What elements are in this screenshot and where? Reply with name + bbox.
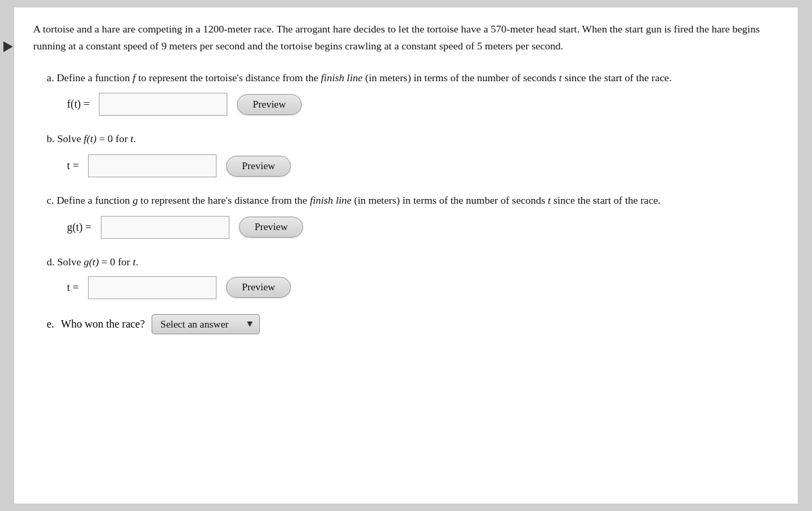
part-c-eq-label: g(t) = <box>67 221 91 234</box>
part-a: a. Define a function f to represent the … <box>33 70 779 116</box>
play-icon <box>3 41 13 52</box>
part-e-description: Who won the race? <box>61 318 145 330</box>
part-d-func-expr: g(t) <box>84 256 99 267</box>
part-b-desc-end: . <box>133 133 136 144</box>
part-c-desc-end: since the start of the race. <box>551 194 660 206</box>
part-a-preview-button[interactable]: Preview <box>237 94 301 115</box>
part-b: b. Solve f(t) = 0 for t. t = Preview <box>33 131 779 177</box>
part-e-letter: e. <box>47 318 54 330</box>
part-b-input[interactable] <box>88 154 217 177</box>
part-a-desc-pre: Define a function <box>57 72 133 83</box>
part-e: e. Who won the race? Select an answer Th… <box>33 314 779 334</box>
part-c-preview-button[interactable]: Preview <box>239 217 303 238</box>
part-d-input[interactable] <box>88 276 217 299</box>
part-c-input[interactable] <box>101 216 229 239</box>
part-c-desc-mid: to represent the hare's distance from th… <box>138 194 310 206</box>
part-d-eq-label: t = <box>67 282 78 294</box>
part-a-input[interactable] <box>99 93 227 116</box>
part-d-desc-pre: Solve <box>58 256 84 267</box>
part-b-func-expr: f(t) <box>84 133 97 144</box>
part-c: c. Define a function g to represent the … <box>33 192 779 239</box>
part-a-desc-end: since the start of the race. <box>562 72 671 83</box>
part-b-desc-pre: Solve <box>58 133 84 144</box>
part-e-select-wrapper: Select an answer The tortoise The hare T… <box>152 314 260 334</box>
part-d-desc-mid: = 0 for <box>99 256 133 267</box>
part-b-preview-button[interactable]: Preview <box>226 156 290 177</box>
part-b-letter: b. <box>47 133 55 144</box>
part-e-row: e. Who won the race? Select an answer Th… <box>47 314 779 334</box>
problem-intro: A tortoise and a hare are competing in a… <box>33 21 779 55</box>
part-d-desc-end: . <box>135 256 138 267</box>
part-c-desc-pre: Define a function <box>57 194 133 206</box>
part-c-desc-post: (in meters) in terms of the number of se… <box>351 194 547 206</box>
part-e-select[interactable]: Select an answer The tortoise The hare T… <box>152 314 260 334</box>
part-d-letter: d. <box>47 256 55 267</box>
part-c-func-var: g <box>133 194 138 206</box>
part-d-label: d. Solve g(t) = 0 for t. <box>47 254 779 271</box>
part-d-preview-button[interactable]: Preview <box>226 277 290 298</box>
part-a-eq-label: f(t) = <box>67 98 89 110</box>
part-a-desc-post: (in meters) in terms of the number of se… <box>363 72 559 83</box>
part-d-input-row: t = Preview <box>67 276 779 299</box>
part-c-letter: c. <box>47 194 54 206</box>
main-container: A tortoise and a hare are competing in a… <box>14 7 798 504</box>
part-a-input-row: f(t) = Preview <box>67 93 779 116</box>
part-a-finish-line: finish line <box>321 72 363 83</box>
part-a-desc-mid: to represent the tortoise's distance fro… <box>135 72 321 83</box>
part-a-label: a. Define a function f to represent the … <box>47 70 779 87</box>
part-c-finish-line: finish line <box>310 194 352 206</box>
part-d: d. Solve g(t) = 0 for t. t = Preview <box>33 254 779 299</box>
part-c-label: c. Define a function g to represent the … <box>47 192 779 209</box>
part-b-eq-label: t = <box>67 160 78 172</box>
part-b-desc-mid: = 0 for <box>97 133 131 144</box>
part-c-input-row: g(t) = Preview <box>67 216 779 239</box>
part-a-letter: a. <box>47 72 54 83</box>
part-b-label: b. Solve f(t) = 0 for t. <box>47 131 779 148</box>
part-b-input-row: t = Preview <box>67 154 779 177</box>
